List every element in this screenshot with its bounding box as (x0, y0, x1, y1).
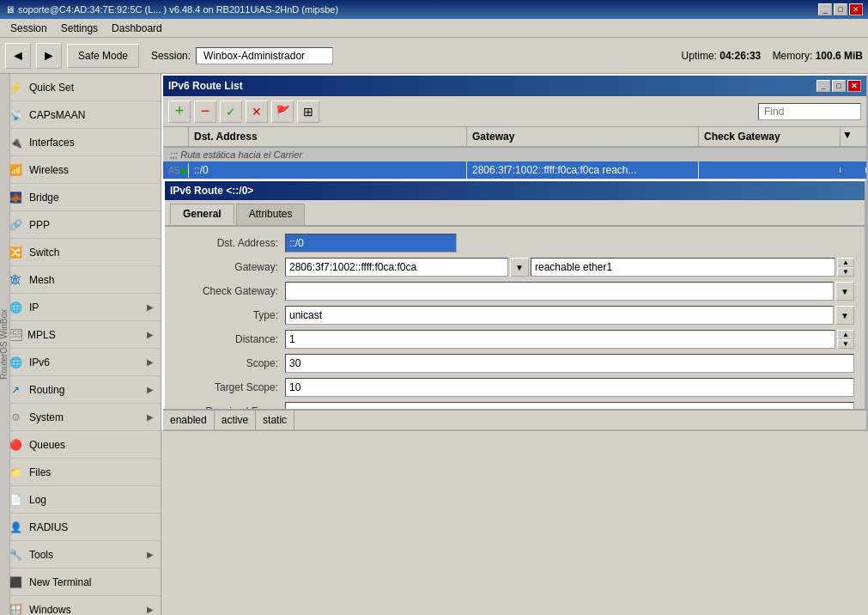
back-button[interactable]: ◄ (5, 43, 31, 69)
route-table-header: Dst. Address Gateway Check Gateway ▼ (163, 127, 866, 148)
menu-dashboard[interactable]: Dashboard (105, 21, 169, 36)
target-scope-input[interactable] (285, 378, 854, 397)
gateway-reachable-input[interactable] (531, 258, 835, 277)
sidebar-item-bridge[interactable]: 🌉 Bridge (0, 184, 161, 211)
status-enabled: enabled (163, 411, 215, 429)
sidebar-item-label: Log (29, 494, 154, 506)
form-row-target-scope: Target Scope: (175, 378, 854, 397)
sidebar-item-label: Quick Set (29, 82, 154, 94)
windows-arrow-icon: ▶ (147, 605, 154, 614)
route-list-window: IPv6 Route List _ □ ✕ + − ✓ ✕ 🚩 ⊞ (161, 74, 868, 431)
uptime-value: 04:26:33 (719, 50, 761, 62)
sidebar-item-label: Files (29, 466, 154, 478)
gateway-input[interactable] (285, 258, 508, 277)
sidebar-item-mpls[interactable]: 255 MPLS ▶ (0, 321, 161, 349)
tab-general[interactable]: General (170, 204, 234, 225)
col-gateway[interactable]: Gateway (467, 127, 699, 146)
spinner-up-button[interactable]: ▲ (837, 258, 854, 267)
sidebar-item-ppp[interactable]: 🔗 PPP (0, 211, 161, 239)
route-list-title: IPv6 Route List (168, 80, 816, 92)
status-static: static (256, 411, 294, 429)
distance-spinner-down-button[interactable]: ▼ (837, 339, 854, 349)
session-value: Winbox-Administrador (196, 47, 333, 64)
close-button[interactable]: ✕ (849, 3, 863, 15)
sidebar-item-label: Bridge (29, 192, 154, 204)
add-route-button[interactable]: + (168, 100, 191, 123)
col-dropdown[interactable]: ▼ (841, 127, 866, 146)
sidebar-item-quick-set[interactable]: ⚡ Quick Set (0, 74, 161, 101)
flag-route-button[interactable]: 🚩 (271, 100, 294, 123)
scope-label: Scope: (175, 357, 278, 369)
route-list-maximize-button[interactable]: □ (832, 80, 846, 92)
safe-mode-button[interactable]: Safe Mode (67, 44, 139, 68)
scope-input[interactable] (285, 354, 854, 373)
route-detail-tabs: General Attributes (165, 200, 865, 227)
route-list-minimize-button[interactable]: _ (816, 80, 830, 92)
gateway-dropdown-button[interactable]: ▼ (510, 258, 529, 277)
col-dst-address[interactable]: Dst. Address (189, 127, 467, 146)
remove-route-button[interactable]: − (194, 100, 216, 123)
sidebar-item-system[interactable]: ⚙ System ▶ (0, 404, 161, 431)
tab-attributes[interactable]: Attributes (236, 204, 306, 225)
route-search-input[interactable] (758, 103, 861, 120)
enable-route-button[interactable]: ✓ (220, 100, 242, 123)
sidebar-item-interfaces[interactable]: 🔌 Interfaces (0, 129, 161, 156)
forward-button[interactable]: ► (36, 43, 62, 69)
sidebar-item-label: Queues (29, 439, 154, 451)
col-flags[interactable] (163, 127, 189, 146)
sidebar-item-log[interactable]: 📄 Log (0, 486, 161, 514)
sidebar-item-label: PPP (29, 219, 154, 231)
distance-group: ▲ ▼ (285, 330, 854, 349)
form-row-gateway: Gateway: ▼ ▲ ▼ (175, 258, 854, 277)
check-gateway-dropdown-button[interactable]: ▼ (835, 282, 854, 301)
distance-spinner-up-button[interactable]: ▲ (837, 330, 854, 339)
session-label: Session: (151, 50, 191, 62)
sidebar-item-wireless[interactable]: 📶 Wireless (0, 156, 161, 184)
sidebar-item-ip[interactable]: 🌐 IP ▶ (0, 294, 161, 321)
status-bar: enabled active static (163, 409, 866, 429)
sidebar-item-files[interactable]: 📁 Files (0, 459, 161, 486)
sidebar-item-label: RADIUS (29, 521, 154, 533)
filter-route-button[interactable]: ⊞ (297, 100, 319, 123)
type-input[interactable] (285, 306, 834, 325)
sidebar-item-switch[interactable]: 🔀 Switch (0, 239, 161, 266)
minimize-button[interactable]: _ (818, 3, 832, 15)
form-row-dst-address: Dst. Address: (175, 234, 854, 253)
type-label: Type: (175, 309, 278, 321)
maximize-button[interactable]: □ (834, 3, 847, 15)
flag-as: AS (168, 166, 179, 175)
disable-route-button[interactable]: ✕ (246, 100, 268, 123)
back-icon: ◄ (11, 48, 25, 64)
col-check-gateway[interactable]: Check Gateway (699, 127, 841, 146)
row-gateway: 2806:3f7:1002::ffff:f0ca:f0ca reach... (467, 161, 699, 179)
sidebar-item-windows[interactable]: 🪟 Windows ▶ (0, 596, 161, 615)
dst-address-input[interactable] (285, 234, 457, 253)
sidebar-item-label: Windows (29, 604, 142, 616)
menu-session[interactable]: Session (3, 21, 54, 36)
distance-input[interactable] (285, 330, 835, 349)
route-list-close-button[interactable]: ✕ (847, 80, 861, 92)
sidebar-item-ipv6[interactable]: 🌐 IPv6 ▶ (0, 349, 161, 376)
row-dst-address: ::/0 (189, 161, 467, 179)
menu-bar: Session Settings Dashboard (0, 19, 868, 38)
type-group: ▼ (285, 306, 854, 325)
form-row-distance: Distance: ▲ ▼ (175, 330, 854, 349)
sidebar-item-label: IPv6 (29, 356, 142, 368)
sidebar-item-label: IP (29, 301, 142, 314)
sidebar-item-label: CAPsMAAN (29, 109, 154, 121)
play-icon: ▶ (181, 166, 188, 175)
sidebar-item-radius[interactable]: 👤 RADIUS (0, 514, 161, 541)
sidebar-item-capsman[interactable]: 📡 CAPsMAAN (0, 101, 161, 129)
title-text: soporte@C4:AD:34:7E:92:5C (L... ) v6.48.… (18, 4, 818, 15)
table-row[interactable]: AS ▶ ::/0 2806:3f7:1002::ffff:f0ca:f0ca … (163, 161, 866, 180)
spinner-down-button[interactable]: ▼ (837, 267, 854, 277)
sidebar-item-queues[interactable]: 🔴 Queues (0, 431, 161, 459)
check-gateway-input[interactable] (285, 282, 834, 301)
sidebar-item-routing[interactable]: ↗ Routing ▶ (0, 376, 161, 404)
menu-settings[interactable]: Settings (54, 21, 105, 36)
sidebar-item-new-terminal[interactable]: ⬛ New Terminal (0, 569, 161, 596)
type-dropdown-button[interactable]: ▼ (835, 306, 854, 325)
sidebar-item-tools[interactable]: 🔧 Tools ▶ (0, 541, 161, 569)
memory-value: 100.6 MiB (816, 50, 863, 62)
sidebar-item-mesh[interactable]: 🕸 Mesh (0, 266, 161, 294)
